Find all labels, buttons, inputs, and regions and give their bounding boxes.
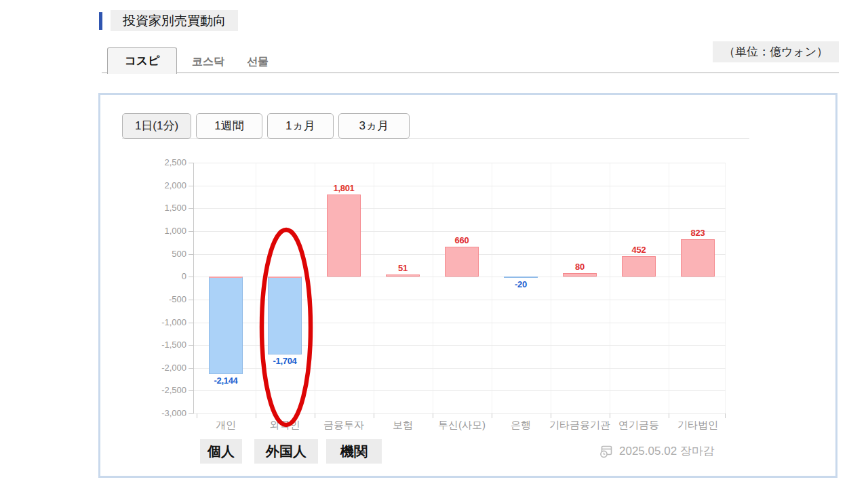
y-tick-label: -2,500 <box>140 385 186 396</box>
jp-annotation-institution: 機関 <box>326 439 382 464</box>
v-gridline <box>725 163 726 413</box>
x-tick <box>197 413 197 418</box>
period-tabs: 1日(1分)1週間1ヵ月3ヵ月 <box>122 113 410 139</box>
bar-foreigner <box>268 277 302 354</box>
y-tick <box>189 300 193 300</box>
y-axis-line <box>193 163 194 413</box>
v-gridline <box>610 163 610 413</box>
y-tick-label: -2,000 <box>140 363 186 373</box>
y-gridline <box>193 231 726 232</box>
y-tick-label: 2,000 <box>140 180 186 191</box>
category-label-other-corporation: 기타법인 <box>650 419 745 431</box>
y-tick-label: 0 <box>140 271 186 282</box>
market-tabs-underline <box>102 73 839 73</box>
bar-insurance <box>386 274 420 277</box>
y-tick <box>189 277 193 277</box>
page: 投資家別売買動向 （単位：億ウォン） コスピ 코스닥 선물 1日(1分)1週間1… <box>0 0 868 488</box>
bar-value-financial-investment: 1,801 <box>317 183 371 193</box>
y-tick-label: 2,500 <box>140 157 186 168</box>
x-tick <box>374 413 374 418</box>
v-gridline <box>492 163 492 413</box>
bar-value-pension-fund: 452 <box>612 245 666 255</box>
y-tick <box>189 390 193 391</box>
bar-value-other-financial: 80 <box>553 262 607 272</box>
x-tick <box>256 413 256 418</box>
y-tick <box>189 345 193 346</box>
bar-bank <box>504 277 538 278</box>
period-tab-3[interactable]: 3ヵ月 <box>338 113 410 139</box>
bar-individual <box>209 277 243 374</box>
bar-value-foreigner: -1,704 <box>258 356 312 366</box>
x-tick <box>315 413 315 418</box>
page-title: 投資家別売買動向 <box>111 10 238 31</box>
y-tick <box>189 323 193 323</box>
y-tick <box>189 368 193 369</box>
v-gridline <box>551 163 551 413</box>
period-tab-0[interactable]: 1日(1分) <box>122 113 191 139</box>
y-gridline <box>193 413 726 414</box>
market-close-timestamp: 2025.05.02 장마감 <box>619 443 715 459</box>
bar-value-insurance: 51 <box>376 263 430 273</box>
x-tick <box>725 413 726 418</box>
bar-pension-fund <box>622 256 656 277</box>
jp-annotation-foreigner: 外国人 <box>254 439 318 464</box>
x-tick <box>433 413 433 418</box>
y-gridline <box>193 163 726 163</box>
bar-value-investment-trust: 660 <box>435 235 489 245</box>
y-tick <box>189 163 193 163</box>
x-tick <box>551 413 551 418</box>
y-tick <box>189 231 193 232</box>
y-tick <box>189 208 193 209</box>
y-tick-label: -1,500 <box>140 340 186 350</box>
x-tick <box>492 413 492 418</box>
chart-panel: 1日(1分)1週間1ヵ月3ヵ月 2,5002,0001,5001,0005000… <box>98 93 837 478</box>
bar-other-financial <box>563 273 597 277</box>
x-tick <box>610 413 610 418</box>
bar-value-other-corporation: 823 <box>671 228 725 238</box>
calendar-clock-icon <box>599 444 614 459</box>
bar-financial-investment <box>327 195 361 277</box>
y-gridline <box>193 368 726 369</box>
unit-label: （単位：億ウォン） <box>713 41 839 62</box>
y-tick <box>189 186 193 186</box>
jp-annotation-individual: 個人 <box>200 439 242 464</box>
y-tick-label: 1,500 <box>140 203 186 214</box>
market-tab-futures[interactable]: 선물 <box>239 53 277 70</box>
y-gridline <box>193 390 726 391</box>
market-tab-kospi[interactable]: コスピ <box>107 47 177 74</box>
x-tick <box>669 413 669 418</box>
bar-chart: 2,5002,0001,5001,0005000-500-1,000-1,500… <box>193 163 726 413</box>
y-gridline <box>193 208 726 209</box>
v-gridline <box>256 163 256 413</box>
y-gridline <box>193 186 726 186</box>
y-tick <box>189 413 193 414</box>
bar-investment-trust <box>445 247 479 277</box>
y-tick-label: -500 <box>140 294 186 305</box>
v-gridline <box>315 163 315 413</box>
title-accent-bar <box>99 12 102 30</box>
y-tick-label: 500 <box>140 249 186 260</box>
period-tab-2[interactable]: 1ヵ月 <box>267 113 334 139</box>
y-tick-label: -1,000 <box>140 317 186 328</box>
market-tab-kosdaq[interactable]: 코스닥 <box>184 53 232 70</box>
y-tick-label: 1,000 <box>140 226 186 237</box>
v-gridline <box>374 163 374 413</box>
y-tick-label: -3,000 <box>140 408 186 419</box>
market-close-note: 2025.05.02 장마감 <box>599 443 715 459</box>
v-gridline <box>433 163 433 413</box>
y-tick <box>189 254 193 255</box>
v-gridline <box>669 163 669 413</box>
period-tab-1[interactable]: 1週間 <box>196 113 262 139</box>
bar-other-corporation <box>681 239 715 277</box>
bar-value-bank: -20 <box>494 279 548 289</box>
bar-value-individual: -2,144 <box>199 375 253 386</box>
